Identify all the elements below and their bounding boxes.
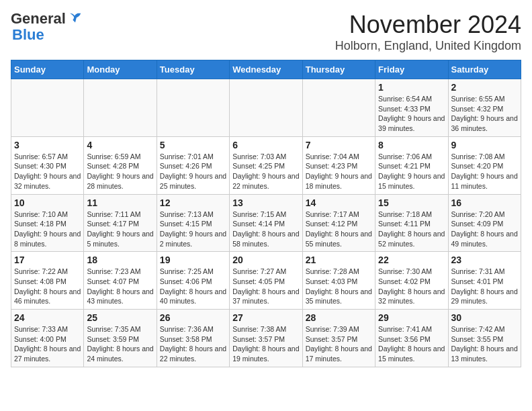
day-info: Sunrise: 6:57 AM Sunset: 4:30 PM Dayligh… <box>14 152 81 191</box>
calendar-day-cell: 30Sunrise: 7:42 AM Sunset: 3:55 PM Dayli… <box>448 310 521 367</box>
day-info: Sunrise: 7:04 AM Sunset: 4:23 PM Dayligh… <box>306 152 372 191</box>
calendar-day-cell: 15Sunrise: 7:18 AM Sunset: 4:11 PM Dayli… <box>375 194 448 252</box>
calendar-day-cell: 16Sunrise: 7:20 AM Sunset: 4:09 PM Dayli… <box>448 194 521 252</box>
calendar-week-row: 10Sunrise: 7:10 AM Sunset: 4:18 PM Dayli… <box>11 194 521 252</box>
day-number: 15 <box>378 197 445 208</box>
calendar-week-row: 1Sunrise: 6:54 AM Sunset: 4:33 PM Daylig… <box>11 79 521 137</box>
day-number: 7 <box>306 140 372 150</box>
day-number: 29 <box>378 312 445 323</box>
calendar-day-cell: 17Sunrise: 7:22 AM Sunset: 4:08 PM Dayli… <box>11 252 84 310</box>
calendar-day-cell: 4Sunrise: 6:59 AM Sunset: 4:28 PM Daylig… <box>84 136 157 194</box>
calendar-header-cell: Tuesday <box>157 60 229 79</box>
calendar-header-cell: Wednesday <box>230 60 302 79</box>
day-info: Sunrise: 7:08 AM Sunset: 4:20 PM Dayligh… <box>451 152 518 191</box>
calendar-day-cell: 19Sunrise: 7:25 AM Sunset: 4:06 PM Dayli… <box>157 252 229 310</box>
calendar-day-cell: 18Sunrise: 7:23 AM Sunset: 4:07 PM Dayli… <box>84 252 157 310</box>
calendar-header-row: SundayMondayTuesdayWednesdayThursdayFrid… <box>11 60 521 79</box>
day-number: 12 <box>160 197 226 208</box>
day-number: 9 <box>451 140 518 150</box>
day-info: Sunrise: 7:38 AM Sunset: 3:57 PM Dayligh… <box>232 324 299 364</box>
day-info: Sunrise: 7:35 AM Sunset: 3:59 PM Dayligh… <box>87 324 153 364</box>
day-info: Sunrise: 7:11 AM Sunset: 4:17 PM Dayligh… <box>87 210 153 249</box>
day-info: Sunrise: 7:41 AM Sunset: 3:56 PM Dayligh… <box>378 324 445 364</box>
header: General Blue November 2024 Holborn, Engl… <box>11 11 521 53</box>
calendar-day-cell <box>302 79 375 137</box>
calendar-day-cell: 26Sunrise: 7:36 AM Sunset: 3:58 PM Dayli… <box>157 310 229 367</box>
day-number: 30 <box>451 312 518 323</box>
calendar-header: SundayMondayTuesdayWednesdayThursdayFrid… <box>11 60 521 79</box>
day-info: Sunrise: 7:10 AM Sunset: 4:18 PM Dayligh… <box>14 210 81 249</box>
calendar-day-cell: 28Sunrise: 7:39 AM Sunset: 3:57 PM Dayli… <box>302 310 375 367</box>
day-number: 20 <box>232 255 299 265</box>
day-info: Sunrise: 7:42 AM Sunset: 3:55 PM Dayligh… <box>451 324 518 364</box>
page-title: November 2024 <box>335 11 521 39</box>
day-number: 13 <box>232 197 299 208</box>
day-number: 24 <box>14 312 81 323</box>
day-info: Sunrise: 7:18 AM Sunset: 4:11 PM Dayligh… <box>378 210 445 249</box>
calendar-day-cell: 13Sunrise: 7:15 AM Sunset: 4:14 PM Dayli… <box>230 194 302 252</box>
day-number: 4 <box>87 140 153 150</box>
day-number: 27 <box>232 312 299 323</box>
calendar-day-cell <box>84 79 157 137</box>
day-number: 8 <box>378 140 445 150</box>
day-info: Sunrise: 6:54 AM Sunset: 4:33 PM Dayligh… <box>378 94 445 134</box>
day-number: 10 <box>14 197 81 208</box>
calendar-day-cell: 8Sunrise: 7:06 AM Sunset: 4:21 PM Daylig… <box>375 136 448 194</box>
calendar-day-cell: 24Sunrise: 7:33 AM Sunset: 4:00 PM Dayli… <box>11 310 84 367</box>
page-subtitle: Holborn, England, United Kingdom <box>335 39 521 53</box>
calendar-day-cell: 25Sunrise: 7:35 AM Sunset: 3:59 PM Dayli… <box>84 310 157 367</box>
day-number: 19 <box>160 255 226 265</box>
day-info: Sunrise: 7:39 AM Sunset: 3:57 PM Dayligh… <box>306 324 372 364</box>
day-number: 14 <box>306 197 372 208</box>
day-info: Sunrise: 7:23 AM Sunset: 4:07 PM Dayligh… <box>87 267 153 306</box>
calendar-day-cell: 10Sunrise: 7:10 AM Sunset: 4:18 PM Dayli… <box>11 194 84 252</box>
day-info: Sunrise: 7:36 AM Sunset: 3:58 PM Dayligh… <box>160 324 226 364</box>
calendar-week-row: 3Sunrise: 6:57 AM Sunset: 4:30 PM Daylig… <box>11 136 521 194</box>
day-info: Sunrise: 7:13 AM Sunset: 4:15 PM Dayligh… <box>160 210 226 249</box>
day-number: 1 <box>378 82 445 93</box>
calendar-day-cell: 22Sunrise: 7:30 AM Sunset: 4:02 PM Dayli… <box>375 252 448 310</box>
calendar-day-cell: 6Sunrise: 7:03 AM Sunset: 4:25 PM Daylig… <box>230 136 302 194</box>
day-number: 21 <box>306 255 372 265</box>
calendar-day-cell: 21Sunrise: 7:28 AM Sunset: 4:03 PM Dayli… <box>302 252 375 310</box>
calendar-day-cell: 20Sunrise: 7:27 AM Sunset: 4:05 PM Dayli… <box>230 252 302 310</box>
logo-bird-icon <box>68 11 83 26</box>
calendar-day-cell: 9Sunrise: 7:08 AM Sunset: 4:20 PM Daylig… <box>448 136 521 194</box>
calendar-body: 1Sunrise: 6:54 AM Sunset: 4:33 PM Daylig… <box>11 79 521 367</box>
day-info: Sunrise: 7:30 AM Sunset: 4:02 PM Dayligh… <box>378 267 445 306</box>
calendar-header-cell: Sunday <box>11 60 84 79</box>
day-number: 6 <box>232 140 299 150</box>
day-info: Sunrise: 6:59 AM Sunset: 4:28 PM Dayligh… <box>87 152 153 191</box>
calendar-week-row: 24Sunrise: 7:33 AM Sunset: 4:00 PM Dayli… <box>11 310 521 367</box>
logo: General Blue <box>11 11 83 43</box>
day-info: Sunrise: 7:17 AM Sunset: 4:12 PM Dayligh… <box>306 210 372 249</box>
logo-blue-text: Blue <box>12 27 44 43</box>
day-number: 11 <box>87 197 153 208</box>
day-number: 23 <box>451 255 518 265</box>
day-number: 18 <box>87 255 153 265</box>
calendar-day-cell: 14Sunrise: 7:17 AM Sunset: 4:12 PM Dayli… <box>302 194 375 252</box>
calendar-day-cell: 3Sunrise: 6:57 AM Sunset: 4:30 PM Daylig… <box>11 136 84 194</box>
calendar-week-row: 17Sunrise: 7:22 AM Sunset: 4:08 PM Dayli… <box>11 252 521 310</box>
calendar-day-cell: 27Sunrise: 7:38 AM Sunset: 3:57 PM Dayli… <box>230 310 302 367</box>
calendar-header-cell: Thursday <box>302 60 375 79</box>
calendar-day-cell: 12Sunrise: 7:13 AM Sunset: 4:15 PM Dayli… <box>157 194 229 252</box>
day-info: Sunrise: 7:27 AM Sunset: 4:05 PM Dayligh… <box>232 267 299 306</box>
day-number: 5 <box>160 140 226 150</box>
day-number: 25 <box>87 312 153 323</box>
day-number: 22 <box>378 255 445 265</box>
title-block: November 2024 Holborn, England, United K… <box>335 11 521 53</box>
calendar-day-cell: 29Sunrise: 7:41 AM Sunset: 3:56 PM Dayli… <box>375 310 448 367</box>
calendar-day-cell <box>11 79 84 137</box>
calendar-header-cell: Monday <box>84 60 157 79</box>
day-info: Sunrise: 7:06 AM Sunset: 4:21 PM Dayligh… <box>378 152 445 191</box>
calendar-day-cell: 1Sunrise: 6:54 AM Sunset: 4:33 PM Daylig… <box>375 79 448 137</box>
day-info: Sunrise: 6:55 AM Sunset: 4:32 PM Dayligh… <box>451 94 518 134</box>
day-number: 26 <box>160 312 226 323</box>
calendar-table: SundayMondayTuesdayWednesdayThursdayFrid… <box>11 60 521 367</box>
calendar-day-cell: 5Sunrise: 7:01 AM Sunset: 4:26 PM Daylig… <box>157 136 229 194</box>
day-number: 2 <box>451 82 518 93</box>
day-number: 3 <box>14 140 81 150</box>
day-info: Sunrise: 7:15 AM Sunset: 4:14 PM Dayligh… <box>232 210 299 249</box>
day-info: Sunrise: 7:31 AM Sunset: 4:01 PM Dayligh… <box>451 267 518 306</box>
